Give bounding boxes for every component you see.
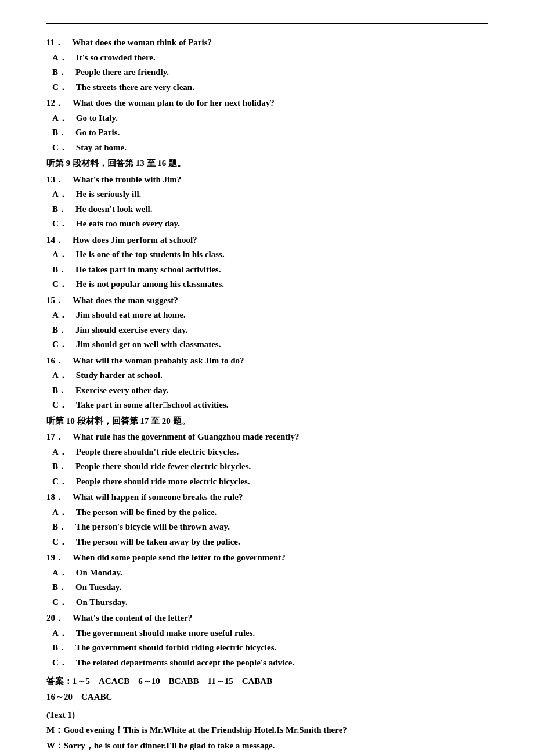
question-16-optB: B． Exercise every other day.	[46, 383, 488, 398]
answer-line2: 16～20 CAABC	[46, 692, 112, 701]
section-10-header: 听第 10 段材料，回答第 17 至 20 题。	[46, 414, 488, 429]
question-12-text: 12． What does the woman plan to do for h…	[46, 96, 488, 111]
section-9-header: 听第 9 段材料，回答第 13 至 16 题。	[46, 156, 488, 171]
question-13-optA: A． He is seriously ill.	[46, 187, 488, 202]
question-14-optB: B． He takes part in many school activiti…	[46, 262, 488, 278]
text1-line1: M：Good evening！This is Mr.White at the F…	[46, 722, 488, 737]
question-20-optB: B． The government should forbid riding e…	[46, 640, 488, 656]
question-18-optA: A． The person will be fined by the polic…	[46, 505, 488, 520]
text1-line2: W：Sorry，he is out for dinner.I'll be gla…	[46, 738, 488, 753]
question-17: 17． What rule has the government of Guan…	[46, 430, 488, 489]
section-9-label: 听第 9 段材料，回答第 13 至 16 题。	[46, 156, 488, 171]
question-20-optC: C． The related departments should accept…	[46, 656, 488, 671]
question-19-optA: A． On Monday.	[46, 566, 488, 581]
question-17-optB: B． People there should ride fewer electr…	[46, 459, 488, 474]
question-19-optC: C． On Thursday.	[46, 595, 488, 610]
answer-line1: 答案：1～5 ACACB 6～10 BCABB 11～15 CABAB	[46, 676, 272, 686]
question-11-optA: A． It's so crowded there.	[46, 51, 488, 66]
question-13-text: 13． What's the trouble with Jim?	[46, 172, 488, 188]
question-14: 14． How does Jim perform at school? A． H…	[46, 233, 488, 292]
question-18: 18． What will happen if someone breaks t…	[46, 490, 488, 549]
text1-label: (Text 1)	[46, 707, 488, 722]
question-15-optC: C． Jim should get on well with classmate…	[46, 337, 488, 352]
question-12: 12． What does the woman plan to do for h…	[46, 96, 488, 155]
question-11-optC: C． The streets there are very clean.	[46, 80, 488, 95]
questions-17-20: 17． What rule has the government of Guan…	[46, 430, 488, 670]
question-11: 11． What does the woman think of Paris? …	[46, 35, 488, 95]
question-14-text: 14． How does Jim perform at school?	[46, 233, 488, 248]
question-17-optA: A． People there shouldn't ride electric …	[46, 445, 488, 460]
question-16-optA: A． Study harder at school.	[46, 368, 488, 383]
questions-13-16: 13． What's the trouble with Jim? A． He i…	[46, 172, 488, 413]
question-20-optA: A． The government should make more usefu…	[46, 626, 488, 641]
question-15: 15． What does the man suggest? A． Jim sh…	[46, 293, 488, 352]
question-17-optC: C． People there should ride more electri…	[46, 474, 488, 489]
question-16-optC: C． Take part in some after□school activi…	[46, 398, 488, 413]
question-13-optB: B． He doesn't look well.	[46, 202, 488, 217]
question-19-text: 19． When did some people send the letter…	[46, 550, 488, 566]
question-12-optC: C． Stay at home.	[46, 141, 488, 156]
top-divider	[46, 23, 488, 24]
question-15-optB: B． Jim should exercise every day.	[46, 323, 488, 338]
question-20-text: 20． What's the content of the letter?	[46, 611, 488, 626]
question-14-optC: C． He is not popular among his classmate…	[46, 277, 488, 292]
question-15-text: 15． What does the man suggest?	[46, 293, 488, 308]
question-16-text: 16． What will the woman probably ask Jim…	[46, 354, 488, 369]
question-17-text: 17． What rule has the government of Guan…	[46, 430, 488, 445]
question-18-optC: C． The person will be taken away by the …	[46, 535, 488, 550]
transcripts-section: (Text 1) M：Good evening！This is Mr.White…	[46, 707, 488, 756]
answers-section: 答案：1～5 ACACB 6～10 BCABB 11～15 CABAB 16～2…	[46, 674, 488, 705]
question-18-text: 18． What will happen if someone breaks t…	[46, 490, 488, 505]
question-19: 19． When did some people send the letter…	[46, 550, 488, 610]
question-16: 16． What will the woman probably ask Jim…	[46, 354, 488, 413]
question-15-optA: A． Jim should eat more at home.	[46, 308, 488, 323]
question-19-optB: B． On Tuesday.	[46, 580, 488, 595]
question-11-text: 11． What does the woman think of Paris?	[46, 35, 488, 51]
question-13-optC: C． He eats too much every day.	[46, 217, 488, 232]
text1-line3: M：Thank you.Please tell him that I will …	[46, 753, 488, 756]
question-12-optB: B． Go to Paris.	[46, 125, 488, 141]
question-12-optA: A． Go to Italy.	[46, 111, 488, 126]
question-11-optB: B． People there are friendly.	[46, 65, 488, 80]
section-10-label: 听第 10 段材料，回答第 17 至 20 题。	[46, 414, 488, 429]
question-20: 20． What's the content of the letter? A．…	[46, 611, 488, 670]
question-14-optA: A． He is one of the top students in his …	[46, 247, 488, 262]
question-13: 13． What's the trouble with Jim? A． He i…	[46, 172, 488, 232]
questions-11-12: 11． What does the woman think of Paris? …	[46, 35, 488, 155]
question-18-optB: B． The person's bicycle will be thrown a…	[46, 520, 488, 535]
